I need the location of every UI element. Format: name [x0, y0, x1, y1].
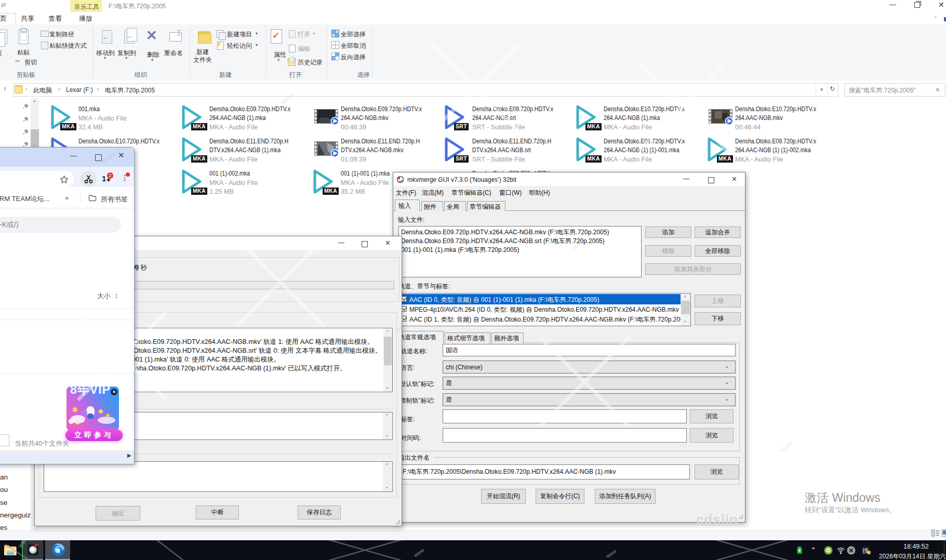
- svg-text:www: www: [605, 548, 618, 559]
- svg-text:www: www: [16, 540, 30, 550]
- svg-text:www: www: [412, 547, 426, 558]
